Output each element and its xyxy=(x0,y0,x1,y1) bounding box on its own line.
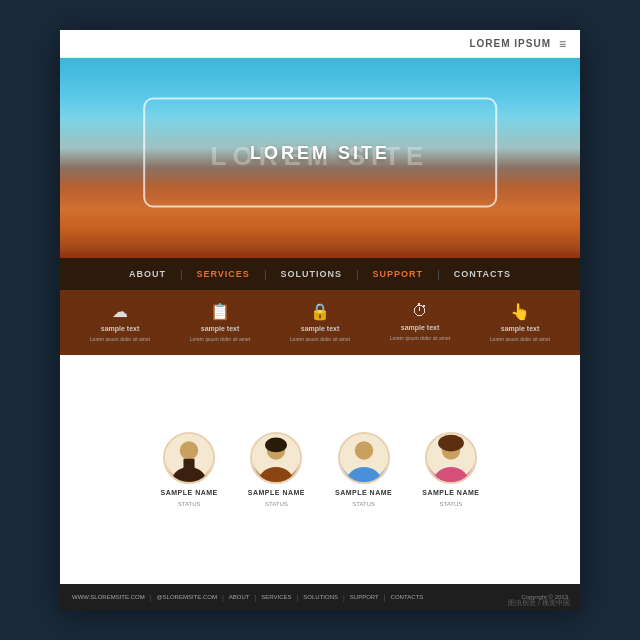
nav-item-solutions[interactable]: SOLUTIONS xyxy=(266,269,356,279)
nav-item-services[interactable]: SERVICES xyxy=(183,269,264,279)
hero-section: LOREM SITE LOREM SITE xyxy=(60,58,580,258)
nav-items: ABOUT | SERVICES | SOLUTIONS | SUPPORT |… xyxy=(115,269,525,280)
footer-links: WWW.SLOREMSITE.COM | @SLOREMSITE.COM | A… xyxy=(72,594,423,601)
cursor-icon: 👆 xyxy=(510,302,530,321)
svg-point-7 xyxy=(265,438,287,453)
avatar-svg-1 xyxy=(165,432,213,482)
lock-icon: 🔒 xyxy=(310,302,330,321)
footer-div-1: | xyxy=(150,594,152,601)
feature-title-2: sample text xyxy=(201,325,240,332)
feature-desc-2: Lorem ipsum dolor sit amet xyxy=(190,336,250,343)
nav-bar: ABOUT | SERVICES | SOLUTIONS | SUPPORT |… xyxy=(60,258,580,290)
member-role-4: STATUS xyxy=(439,501,462,507)
footer-link-website[interactable]: WWW.SLOREMSITE.COM xyxy=(72,594,145,600)
team-member-2: SAMPLE NAME STATUS xyxy=(248,432,305,507)
feature-item-2: 📋 sample text Lorem ipsum dolor sit amet xyxy=(175,302,265,343)
hero-main-text: LOREM SITE xyxy=(250,142,390,163)
feature-desc-3: Lorem ipsum dolor sit amet xyxy=(290,336,350,343)
footer-link-about[interactable]: ABOUT xyxy=(229,594,250,600)
footer-div-5: | xyxy=(343,594,345,601)
feature-desc-1: Lorem ipsum dolor sit amet xyxy=(90,336,150,343)
avatar-4 xyxy=(425,432,477,484)
footer-div-6: | xyxy=(384,594,386,601)
member-role-3: STATUS xyxy=(352,501,375,507)
nav-item-support[interactable]: SUPPORT xyxy=(359,269,438,279)
avatar-svg-4 xyxy=(427,432,475,482)
feature-title-1: sample text xyxy=(101,325,140,332)
watermark: 图虫创意 / 视觉中国 xyxy=(508,598,570,608)
cloud-icon: ☁ xyxy=(112,302,128,321)
member-role-2: STATUS xyxy=(265,501,288,507)
svg-point-9 xyxy=(354,441,372,459)
avatar-svg-2 xyxy=(252,432,300,482)
member-role-1: STATUS xyxy=(178,501,201,507)
footer-bar: WWW.SLOREMSITE.COM | @SLOREMSITE.COM | A… xyxy=(60,584,580,610)
timer-icon: ⏱ xyxy=(412,302,428,320)
feature-item-5: 👆 sample text Lorem ipsum dolor sit amet xyxy=(475,302,565,343)
hero-overlay-box: LOREM SITE xyxy=(143,98,497,208)
feature-item-4: ⏱ sample text Lorem ipsum dolor sit amet xyxy=(375,302,465,342)
website-mockup: LOREM IPSUM ≡ LOREM SITE LOREM SITE ABOU… xyxy=(60,30,580,610)
team-member-3: SAMPLE NAME STATUS xyxy=(335,432,392,507)
feature-desc-4: Lorem ipsum dolor sit amet xyxy=(390,335,450,342)
footer-div-4: | xyxy=(297,594,299,601)
team-section: SAMPLE NAME STATUS SAMPLE NAME STATUS xyxy=(60,355,580,584)
clipboard-icon: 📋 xyxy=(210,302,230,321)
feature-item-1: ☁ sample text Lorem ipsum dolor sit amet xyxy=(75,302,165,343)
member-name-2: SAMPLE NAME xyxy=(248,489,305,496)
feature-title-5: sample text xyxy=(501,325,540,332)
feature-item-3: 🔒 sample text Lorem ipsum dolor sit amet xyxy=(275,302,365,343)
footer-link-solutions[interactable]: SOLUTIONS xyxy=(303,594,338,600)
avatar-1 xyxy=(163,432,215,484)
avatar-svg-3 xyxy=(340,432,388,482)
nav-item-contacts[interactable]: CONTACTS xyxy=(440,269,525,279)
member-name-3: SAMPLE NAME xyxy=(335,489,392,496)
footer-link-support[interactable]: SUPPORT xyxy=(350,594,379,600)
team-member-1: SAMPLE NAME STATUS xyxy=(161,432,218,507)
footer-div-3: | xyxy=(254,594,256,601)
nav-item-about[interactable]: ABOUT xyxy=(115,269,180,279)
svg-point-1 xyxy=(180,441,198,459)
header-bar: LOREM IPSUM ≡ xyxy=(60,30,580,58)
feature-title-4: sample text xyxy=(401,324,440,331)
hamburger-icon[interactable]: ≡ xyxy=(559,37,566,51)
footer-link-contacts[interactable]: CONTACTS xyxy=(391,594,424,600)
avatar-2 xyxy=(250,432,302,484)
features-section: ☁ sample text Lorem ipsum dolor sit amet… xyxy=(60,290,580,355)
footer-link-services[interactable]: SERVICES xyxy=(261,594,291,600)
avatar-3 xyxy=(338,432,390,484)
svg-rect-3 xyxy=(184,459,195,477)
footer-div-2: | xyxy=(222,594,224,601)
footer-link-email[interactable]: @SLOREMSITE.COM xyxy=(157,594,217,600)
member-name-4: SAMPLE NAME xyxy=(422,489,479,496)
header-logo: LOREM IPSUM xyxy=(469,38,551,49)
svg-point-14 xyxy=(438,435,464,452)
team-member-4: SAMPLE NAME STATUS xyxy=(422,432,479,507)
feature-title-3: sample text xyxy=(301,325,340,332)
feature-desc-5: Lorem ipsum dolor sit amet xyxy=(490,336,550,343)
member-name-1: SAMPLE NAME xyxy=(161,489,218,496)
